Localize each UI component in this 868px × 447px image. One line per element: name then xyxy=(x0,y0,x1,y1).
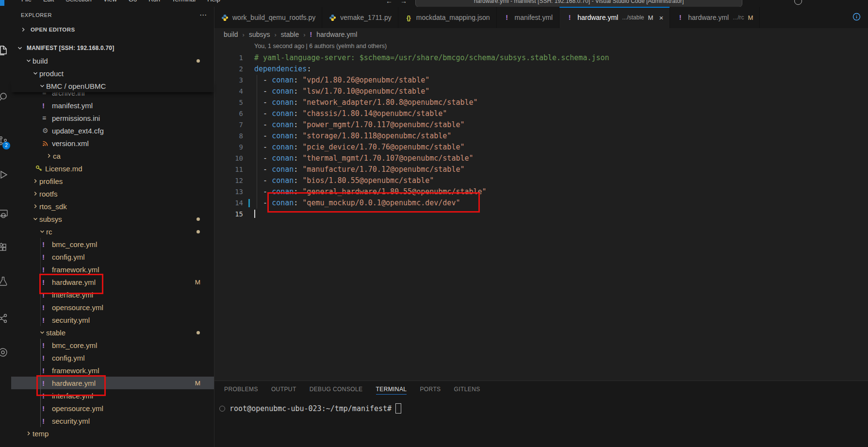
tree-item-build[interactable]: build xyxy=(11,54,214,67)
panel-tab-output[interactable]: OUTPUT xyxy=(271,381,296,397)
tree-item-interface-yml[interactable]: !interface.yml xyxy=(11,288,214,301)
breadcrumb-item[interactable]: build xyxy=(224,31,238,38)
yaml-icon: ! xyxy=(42,278,52,286)
xml-icon xyxy=(42,140,52,147)
chevron-down-icon xyxy=(32,215,39,222)
line-number: 8 xyxy=(214,131,243,142)
tree-item-bmc-core-yml[interactable]: !bmc_core.yml xyxy=(11,238,214,250)
open-editors-label: OPEN EDITORS xyxy=(31,27,75,33)
panel-tab-problems[interactable]: PROBLEMS xyxy=(224,381,258,397)
tree-item-security-yml[interactable]: !security.yml xyxy=(11,414,214,427)
tree-item-label: update_ext4.cfg xyxy=(52,127,104,135)
tree-item-framework-yml[interactable]: !framework.yml xyxy=(11,263,214,276)
menu-selection[interactable]: Selection xyxy=(66,0,91,3)
extensions-icon[interactable] xyxy=(0,242,9,253)
tree-item-label: stable xyxy=(46,329,66,337)
command-center[interactable]: hardware.yml - manifest [SSH: 192.168.0.… xyxy=(415,0,742,7)
tree-item-stable[interactable]: stable xyxy=(11,326,214,339)
tab-mockdata-mapping-json[interactable]: {}mockdata_mapping.json xyxy=(398,7,497,28)
back-icon[interactable]: ← xyxy=(386,0,393,5)
breadcrumb-file[interactable]: hardware.yml xyxy=(316,31,357,38)
remote-explorer-icon[interactable] xyxy=(0,208,9,219)
tree-item-label: config.yml xyxy=(52,354,85,362)
panel-tab-ports[interactable]: PORTS xyxy=(420,381,441,397)
panel-tab-debug-console[interactable]: DEBUG CONSOLE xyxy=(310,381,363,397)
breadcrumb-separator-icon: › xyxy=(303,31,305,38)
tree-item-security-yml[interactable]: !security.yml xyxy=(11,314,214,326)
tree-item-hardware-yml[interactable]: !hardware.ymlM xyxy=(11,276,214,288)
chevron-down-icon xyxy=(38,228,46,235)
git-modified-dot xyxy=(197,217,200,221)
tree-item-archive-ini[interactable]: ≡archive.ini xyxy=(11,92,214,99)
tree-item-rtos-sdk[interactable]: rtos_sdk xyxy=(11,200,214,213)
forward-icon[interactable]: → xyxy=(400,0,407,5)
tree-item-manifest-yml[interactable]: !manifest.yml xyxy=(11,99,214,112)
panel-tab-gitlens[interactable]: GITLENS xyxy=(454,381,480,397)
testing-icon[interactable] xyxy=(0,276,9,287)
tree-item-label: bmc_core.yml xyxy=(52,240,97,248)
explorer-icon[interactable] xyxy=(0,45,9,56)
menu-view[interactable]: View xyxy=(103,0,117,3)
tree-item-bmc-openubmc[interactable]: BMC / openUBMC xyxy=(11,80,214,92)
code-editor[interactable]: You, 1 second ago | 6 authors (yelmh and… xyxy=(214,41,868,381)
account-icon[interactable] xyxy=(794,0,802,5)
tab-label: mockdata_mapping.json xyxy=(416,14,490,21)
tree-item-label: profiles xyxy=(39,177,63,185)
panel-tab-terminal[interactable]: TERMINAL xyxy=(376,381,407,397)
breadcrumb-separator-icon: › xyxy=(243,31,245,38)
run-debug-icon[interactable] xyxy=(0,169,9,181)
tree-item-subsys[interactable]: subsys xyxy=(11,213,214,225)
menu-help[interactable]: Help xyxy=(207,0,220,3)
line-number: 2 xyxy=(214,64,243,75)
tree-item-opensource-yml[interactable]: !opensource.yml xyxy=(11,402,214,414)
search-icon[interactable] xyxy=(0,91,9,103)
tree-item-opensource-yml[interactable]: !opensource.yml xyxy=(11,301,214,314)
tree-item-update-ext4-cfg[interactable]: ⚙update_ext4.cfg xyxy=(11,124,214,137)
tree-item-product[interactable]: product xyxy=(11,67,214,80)
menu-go[interactable]: Go xyxy=(129,0,137,3)
breadcrumb[interactable]: build›subsys›stable›!hardware.yml xyxy=(214,28,868,41)
tree-item-ca[interactable]: ca xyxy=(11,149,214,162)
close-icon[interactable]: × xyxy=(659,14,663,21)
tree-item-config-yml[interactable]: !config.yml xyxy=(11,351,214,364)
breadcrumb-item[interactable]: subsys xyxy=(249,31,270,38)
yaml-icon: ! xyxy=(42,265,52,274)
menu-run[interactable]: Run xyxy=(148,0,160,3)
gitlens-icon[interactable] xyxy=(0,347,9,358)
line-number: 14 xyxy=(214,198,243,209)
menu-file[interactable]: File xyxy=(21,0,32,3)
tree-item-interface-yml[interactable]: !interface.yml xyxy=(11,389,214,402)
tree-item-rc[interactable]: rc xyxy=(11,225,214,238)
terminal[interactable]: root@openubmc-ubu-023:~/tmp/manifest# xyxy=(219,403,868,414)
tree-item-label: BMC / openUBMC xyxy=(46,82,106,90)
tree-item-hardware-yml[interactable]: !hardware.ymlM xyxy=(11,377,214,389)
more-actions-icon[interactable]: ⋯ xyxy=(199,11,207,19)
tree-item-profiles[interactable]: profiles xyxy=(11,175,214,187)
tree-item-label: opensource.yml xyxy=(52,404,103,413)
tab-hardware-yml-rc[interactable]: !hardware.yml.../rcM xyxy=(670,7,760,28)
tab-vemake-1711-py[interactable]: vemake_1711.py xyxy=(322,7,398,28)
breadcrumb-separator-icon: › xyxy=(275,31,277,38)
open-editors-section[interactable]: OPEN EDITORS xyxy=(11,23,214,36)
menu-edit[interactable]: Edit xyxy=(43,0,54,3)
tab-manifest-yml[interactable]: !manifest.yml xyxy=(497,7,560,28)
tree-item-config-yml[interactable]: !config.yml xyxy=(11,250,214,263)
tree-item-label: rootfs xyxy=(39,190,58,198)
breadcrumb-item[interactable]: stable xyxy=(281,31,299,38)
tree-item-bmc-core-yml[interactable]: !bmc_core.yml xyxy=(11,339,214,351)
share-icon[interactable] xyxy=(0,313,9,324)
tree-item-framework-yml[interactable]: !framework.yml xyxy=(11,364,214,377)
tree-item-temp[interactable]: temp xyxy=(11,427,214,440)
tree-item-version-xml[interactable]: version.xml xyxy=(11,137,214,149)
tab-hardware-yml-stable[interactable]: !hardware.yml.../stableM× xyxy=(559,7,670,28)
tree-item-permissions-ini[interactable]: ≡permissions.ini xyxy=(11,112,214,124)
tree-item-license-md[interactable]: License.md xyxy=(11,162,214,175)
menu-terminal[interactable]: Terminal xyxy=(172,0,196,3)
tab-work-build-qemu-rootfs-py[interactable]: work_build_qemu_rootfs.py xyxy=(214,7,322,28)
git-blame-lens[interactable]: You, 1 second ago | 6 authors (yelmh and… xyxy=(254,43,868,52)
workspace-section[interactable]: MANIFEST [SSH: 192.168.0.70] xyxy=(11,42,214,54)
info-icon[interactable] xyxy=(852,13,861,23)
tree-item-label: subsys xyxy=(39,215,62,223)
line-number: 6 xyxy=(214,108,243,119)
tree-item-rootfs[interactable]: rootfs xyxy=(11,187,214,200)
